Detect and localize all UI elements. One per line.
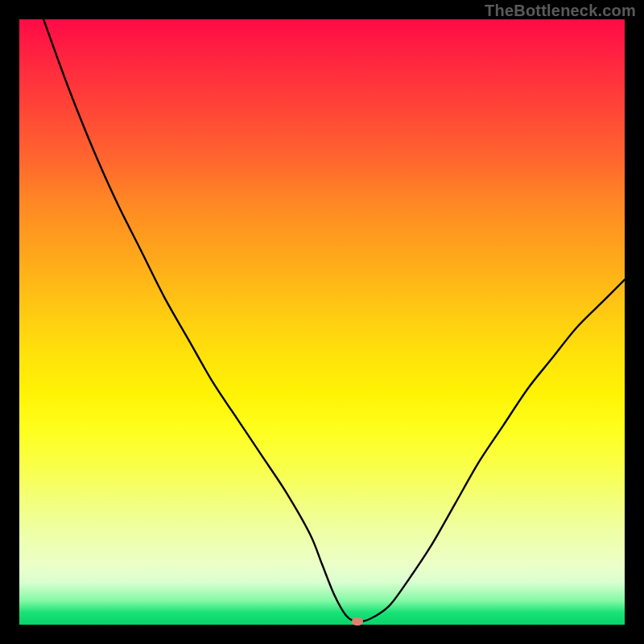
minimum-marker xyxy=(352,617,363,625)
bottleneck-curve-path xyxy=(43,19,625,621)
curve-svg xyxy=(19,19,625,625)
watermark-text: TheBottleneck.com xyxy=(485,2,636,20)
plot-area xyxy=(19,19,625,625)
chart-frame: TheBottleneck.com xyxy=(0,0,644,644)
